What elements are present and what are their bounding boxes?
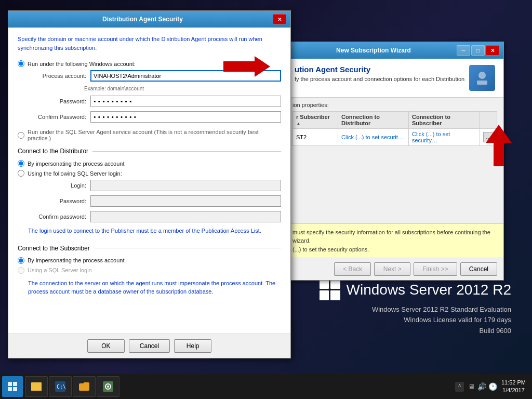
run-sql-agent-radio[interactable] — [18, 132, 24, 139]
server-title: Windows Server 2012 R2 — [347, 282, 511, 298]
run-sql-agent-label: Run under the SQL Server Agent service a… — [28, 129, 281, 141]
help-button[interactable]: Help — [174, 339, 211, 353]
run-windows-radio[interactable] — [18, 60, 24, 67]
taskbar-system-icons: 🖥 🔊 🕐 — [468, 382, 497, 391]
dist-confirm-password-input[interactable] — [90, 211, 281, 222]
sort-arrow-icon: ▲ — [296, 121, 301, 126]
impersonate-subscriber-radio[interactable] — [18, 257, 24, 264]
impersonate-subscriber-row[interactable]: By impersonating the process account — [18, 257, 281, 264]
svg-rect-9 — [31, 384, 42, 391]
file-manager-icon — [30, 380, 43, 393]
confirm-password-label: Confirm Password: — [28, 114, 90, 120]
dist-confirm-password-field: Confirm password: — [28, 211, 281, 222]
wizard-maximize-button[interactable]: □ — [471, 45, 485, 56]
wizard-table-label: ion properties: — [292, 102, 497, 108]
taskbar-app-4[interactable] — [97, 376, 119, 397]
server-subtitle: Windows Server 2012 R2 Standard Evaluati… — [320, 304, 511, 337]
server-logo: Windows Server 2012 R2 — [320, 280, 511, 300]
taskbar: C:\ ^ 🖥 🔊 🕐 — [0, 374, 532, 399]
finish-button[interactable]: Finish >> — [414, 262, 457, 276]
security-cancel-button[interactable]: Cancel — [129, 339, 170, 353]
wizard-close-button[interactable]: ✕ — [486, 45, 499, 56]
agent-table: r Subscriber ▲ Connection to Distributor… — [292, 111, 497, 146]
wizard-window: New Subscription Wizard ─ □ ✕ ution Agen… — [286, 42, 504, 281]
back-button[interactable]: < Back — [334, 262, 371, 276]
svg-rect-1 — [477, 81, 487, 85]
confirm-password-field: Confirm Password: — [28, 111, 281, 123]
taskbar-app-2[interactable]: C:\ — [49, 376, 72, 397]
next-button[interactable]: Next > — [374, 262, 410, 276]
svg-rect-4 — [8, 382, 12, 386]
svg-marker-2 — [486, 125, 512, 166]
svg-point-0 — [478, 72, 486, 79]
wizard-title: New Subscription Wizard — [290, 47, 457, 54]
windows-icon — [320, 280, 340, 300]
table-row: ST2 Click (...) to set securit… Click (.… — [293, 129, 497, 146]
impersonate-distributor-row[interactable]: By impersonating the process account — [18, 160, 281, 167]
dist-confirm-password-label: Confirm password: — [28, 214, 90, 220]
speaker-icon: 🔊 — [477, 382, 486, 391]
connect-subscriber-section: Connect to the Subscriber — [18, 245, 281, 252]
svg-text:C:\: C:\ — [57, 384, 66, 390]
security-close-button[interactable]: ✕ — [273, 14, 286, 24]
svg-rect-7 — [13, 387, 17, 391]
password-label: Password: — [28, 98, 90, 104]
clock-icon: 🕐 — [488, 382, 497, 391]
wizard-body: ution Agent Security fy the process acco… — [286, 59, 503, 280]
sql-login-subscriber-radio[interactable] — [18, 267, 24, 274]
sql-login-distributor-label: Using the following SQL Server login: — [28, 170, 122, 177]
sql-login-subscriber-row[interactable]: Using a SQL Server login — [18, 267, 281, 274]
process-account-label: Process account: — [28, 73, 90, 79]
cancel-button[interactable]: Cancel — [460, 262, 497, 276]
confirm-password-input[interactable] — [90, 111, 281, 123]
wizard-window-controls[interactable]: ─ □ ✕ — [457, 45, 499, 56]
wizard-header-sub: fy the process account and connection op… — [295, 76, 495, 82]
server-branding: Windows Server 2012 R2 Windows Server 20… — [320, 280, 511, 337]
wizard-header-icon — [469, 65, 495, 91]
conn-subscriber-link[interactable]: Click (...) to set security… — [412, 131, 450, 143]
svg-marker-3 — [223, 56, 270, 77]
ok-button[interactable]: OK — [87, 339, 125, 353]
settings-icon — [102, 380, 114, 393]
taskbar-time: 11:52 PM 1/4/2017 — [501, 379, 526, 395]
svg-rect-6 — [8, 387, 12, 391]
wizard-warning: must specify the security information fo… — [286, 223, 503, 258]
password-input[interactable] — [90, 96, 281, 107]
sql-login-subscriber-label: Using a SQL Server login — [28, 267, 92, 273]
conn-distributor-link[interactable]: Click (...) to set securit… — [341, 134, 404, 140]
connect-distributor-label: Connect to the Distributor — [18, 148, 88, 155]
col-conn-subscriber[interactable]: Connection to Subscriber — [408, 112, 480, 129]
dist-password-field: Password: — [28, 195, 281, 207]
col-subscriber[interactable]: r Subscriber ▲ — [293, 112, 338, 129]
sql-login-distributor-radio[interactable] — [18, 170, 24, 177]
connect-subscriber-label: Connect to the Subscriber — [18, 245, 90, 252]
dist-password-input[interactable] — [90, 195, 281, 207]
start-button[interactable] — [2, 376, 23, 397]
security-intro: Specify the domain or machine account un… — [18, 35, 281, 52]
col-conn-distributor[interactable]: Connection to Distributor — [338, 112, 409, 129]
security-window-controls[interactable]: ✕ — [273, 14, 286, 24]
taskbar-right: ^ 🖥 🔊 🕐 11:52 PM 1/4/2017 — [455, 379, 530, 395]
sql-login-distributor-row[interactable]: Using the following SQL Server login: — [18, 170, 281, 177]
dist-login-input[interactable] — [90, 180, 281, 191]
password-field: Password: — [28, 96, 281, 107]
taskbar-chevron[interactable]: ^ — [455, 382, 464, 392]
windows-start-icon — [7, 381, 18, 392]
dist-login-label: Login: — [28, 182, 90, 189]
connect-distributor-section: Connect to the Distributor — [18, 148, 281, 155]
folder-icon — [78, 380, 90, 393]
svg-rect-5 — [13, 382, 17, 386]
security-footer: OK Cancel Help — [8, 334, 290, 358]
wizard-minimize-button[interactable]: ─ — [457, 45, 470, 56]
desktop: Windows Server 2012 R2 Windows Server 20… — [0, 0, 532, 399]
taskbar-app-1[interactable] — [25, 376, 48, 397]
dist-login-field: Login: — [28, 180, 281, 191]
network-icon: 🖥 — [468, 382, 475, 391]
taskbar-app-3[interactable] — [73, 376, 96, 397]
wizard-header: ution Agent Security fy the process acco… — [286, 59, 503, 98]
impersonate-distributor-radio[interactable] — [18, 160, 24, 167]
subscriber-cell: ST2 — [293, 129, 338, 146]
subscriber-note: The connection to the server on which th… — [28, 279, 281, 296]
distributor-note: The login used to connect to the Publish… — [28, 227, 281, 235]
run-sql-agent-radio-row[interactable]: Run under the SQL Server Agent service a… — [18, 129, 281, 141]
